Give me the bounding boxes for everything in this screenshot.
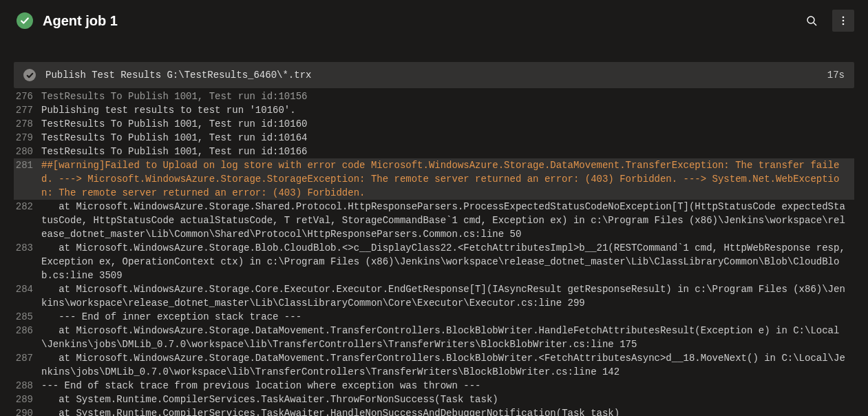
line-number: 276	[14, 90, 41, 103]
line-number: 288	[14, 379, 41, 393]
line-number: 286	[14, 324, 41, 351]
line-number: 287	[14, 351, 41, 379]
log-line: 285 --- End of inner exception stack tra…	[14, 310, 854, 324]
line-number: 279	[14, 131, 41, 145]
log-output[interactable]: 276TestResults To Publish 1001, Test run…	[0, 88, 868, 416]
log-line: 280TestResults To Publish 1001, Test run…	[14, 145, 854, 158]
line-number: 290	[14, 406, 41, 416]
log-line: 282 at Microsoft.WindowsAzure.Storage.Sh…	[14, 200, 854, 241]
log-line: 288--- End of stack trace from previous …	[14, 379, 854, 393]
log-line: 286 at Microsoft.WindowsAzure.Storage.Da…	[14, 324, 854, 351]
line-number: 282	[14, 200, 41, 241]
svg-point-4	[843, 23, 845, 25]
line-text: at Microsoft.WindowsAzure.Storage.Blob.C…	[41, 241, 854, 282]
line-text: at Microsoft.WindowsAzure.Storage.Shared…	[41, 200, 854, 241]
line-number: 277	[14, 103, 41, 117]
line-number: 283	[14, 241, 41, 282]
log-line: 277Publishing test results to test run '…	[14, 103, 854, 117]
log-line: 290 at System.Runtime.CompilerServices.T…	[14, 406, 854, 416]
line-text: TestResults To Publish 1001, Test run id…	[41, 117, 854, 131]
line-text: TestResults To Publish 1001, Test run id…	[41, 131, 854, 145]
line-text: --- End of inner exception stack trace -…	[41, 310, 854, 324]
line-text: at Microsoft.WindowsAzure.Storage.DataMo…	[41, 351, 854, 379]
line-text: Publishing test results to test run '101…	[41, 103, 854, 117]
more-menu-button[interactable]	[832, 10, 854, 32]
svg-point-3	[843, 20, 845, 22]
job-header: Agent job 1	[0, 0, 868, 41]
line-text: at Microsoft.WindowsAzure.Storage.DataMo…	[41, 324, 854, 351]
line-text: at System.Runtime.CompilerServices.TaskA…	[41, 406, 854, 416]
task-row[interactable]: Publish Test Results G:\TestResults_6460…	[14, 62, 854, 88]
svg-point-0	[807, 17, 814, 23]
line-text: TestResults To Publish 1001, Test run id…	[41, 145, 854, 158]
log-line: 278TestResults To Publish 1001, Test run…	[14, 117, 854, 131]
task-duration: 17s	[827, 70, 845, 81]
log-line: 283 at Microsoft.WindowsAzure.Storage.Bl…	[14, 241, 854, 282]
line-text: ##[warning]Failed to Upload on log store…	[41, 158, 854, 200]
log-line: 284 at Microsoft.WindowsAzure.Storage.Co…	[14, 282, 854, 310]
svg-point-2	[843, 17, 845, 19]
success-icon	[17, 12, 33, 29]
log-line: 281##[warning]Failed to Upload on log st…	[14, 158, 854, 200]
log-line: 279TestResults To Publish 1001, Test run…	[14, 131, 854, 145]
line-number: 281	[14, 158, 41, 200]
line-text: at System.Runtime.CompilerServices.TaskA…	[41, 393, 854, 406]
line-text: --- End of stack trace from previous loc…	[41, 379, 854, 393]
task-success-icon	[23, 69, 36, 81]
svg-line-1	[814, 23, 816, 25]
line-number: 285	[14, 310, 41, 324]
log-line: 287 at Microsoft.WindowsAzure.Storage.Da…	[14, 351, 854, 379]
line-number: 280	[14, 145, 41, 158]
log-line: 276TestResults To Publish 1001, Test run…	[14, 90, 854, 103]
line-number: 278	[14, 117, 41, 131]
search-button[interactable]	[801, 10, 823, 32]
log-line: 289 at System.Runtime.CompilerServices.T…	[14, 393, 854, 406]
line-text: TestResults To Publish 1001, Test run id…	[41, 90, 854, 103]
job-title: Agent job 1	[43, 13, 791, 29]
line-number: 284	[14, 282, 41, 310]
line-number: 289	[14, 393, 41, 406]
line-text: at Microsoft.WindowsAzure.Storage.Core.E…	[41, 282, 854, 310]
task-title: Publish Test Results G:\TestResults_6460…	[45, 70, 818, 81]
